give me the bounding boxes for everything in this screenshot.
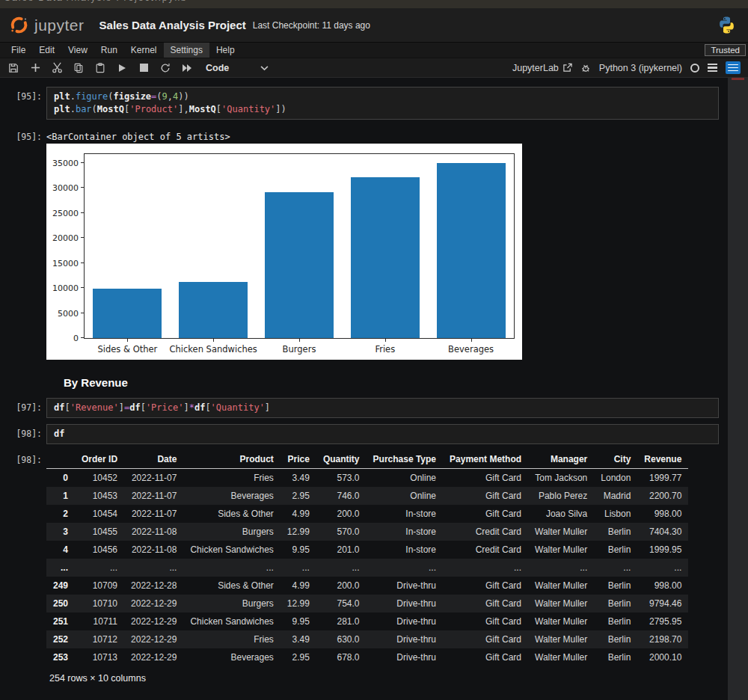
trusted-badge[interactable]: Trusted [705, 44, 746, 56]
jupyterlab-label: JupyterLab [512, 63, 559, 73]
menu-bar: FileEditViewRunKernelSettingsHelp Truste… [0, 43, 748, 58]
table-cell: 754.0 [316, 595, 367, 612]
code-editor-98[interactable]: df [46, 424, 719, 444]
output-cell-98: [98]: Order IDDateProductPriceQuantityPu… [0, 450, 748, 666]
y-tick-label: 10000 [44, 283, 79, 293]
table-cell: Gift Card [443, 469, 528, 488]
add-cell-button[interactable] [29, 62, 41, 74]
table-cell: ... [280, 559, 316, 577]
menu-item-help[interactable]: Help [209, 43, 242, 58]
table-cell: Drive-thru [367, 595, 443, 612]
table-cell: 201.0 [316, 541, 367, 559]
menu-item-edit[interactable]: Edit [32, 43, 61, 58]
table-cell: London [594, 469, 637, 488]
cell-type-dropdown[interactable]: Code [206, 63, 269, 73]
table-cell: Sides & Other [183, 577, 280, 595]
table-cell: Walter Muller [528, 523, 594, 541]
menu-item-run[interactable]: Run [94, 43, 124, 58]
table-row: 252107122022-12-29Fries3.49630.0Drive-th… [46, 630, 688, 648]
output-prompt-95: [95]: [0, 127, 42, 142]
table-cell: ... [594, 559, 637, 577]
dataframe-shape-label: 254 rows × 10 columns [49, 673, 748, 684]
table-cell: 2198.70 [637, 630, 688, 648]
bar-chart-output: 05000100001500020000250003000035000Sides… [46, 144, 522, 360]
table-row: 253107132022-12-29Beverages2.95678.0Driv… [46, 648, 688, 666]
table-cell: 2.95 [280, 487, 316, 505]
table-row: ................................. [46, 559, 688, 577]
table-cell: Gift Card [443, 612, 528, 630]
table-cell: 1999.95 [637, 541, 688, 559]
table-cell: 2.95 [280, 648, 316, 666]
row-index: 2 [46, 505, 75, 523]
table-cell: Walter Muller [528, 577, 594, 595]
table-row: 1104532022-11-07Beverages2.95746.0Online… [46, 487, 688, 505]
row-index: 3 [46, 523, 75, 541]
y-tick-label: 35000 [44, 158, 79, 168]
run-all-button[interactable] [181, 62, 193, 74]
table-cell: 4.99 [280, 577, 316, 595]
table-cell: ... [316, 559, 367, 577]
notebook-title[interactable]: Sales Data Analysis Project [99, 19, 246, 31]
input-prompt-98: [98]: [0, 424, 42, 439]
table-cell: Fries [183, 630, 280, 648]
restart-kernel-button[interactable] [159, 62, 171, 74]
chevron-down-icon [260, 65, 269, 71]
table-cell: 10455 [75, 523, 124, 541]
y-tick-label: 20000 [44, 233, 79, 243]
dataframe-table: Order IDDateProductPriceQuantityPurchase… [46, 450, 688, 666]
kernel-status-icon[interactable] [690, 64, 699, 73]
table-cell: Pablo Perez [528, 487, 594, 505]
interrupt-kernel-button[interactable] [138, 62, 150, 74]
table-cell: Berlin [594, 577, 637, 595]
column-header: Order ID [75, 450, 124, 469]
menu-item-file[interactable]: File [4, 43, 32, 58]
table-cell: Walter Muller [528, 612, 594, 630]
code-editor-95[interactable]: plt.figure(figsize=(9,4))plt.bar(MostQ['… [46, 87, 719, 120]
save-button[interactable] [7, 62, 19, 74]
menu-item-settings[interactable]: Settings [164, 43, 209, 58]
notebook-scrollbar[interactable] [728, 78, 748, 700]
table-cell: Walter Muller [528, 630, 594, 648]
y-tick-label: 15000 [44, 258, 79, 268]
column-header: Revenue [637, 450, 688, 469]
markdown-heading-by-revenue: By Revenue [64, 376, 748, 389]
table-cell: Lisbon [594, 505, 637, 523]
notebook-menu-icon[interactable] [708, 64, 717, 73]
table-cell: 570.0 [316, 523, 367, 541]
column-header: Date [124, 450, 183, 469]
copy-cell-button[interactable] [73, 62, 85, 74]
chart-bar-sides-other [93, 289, 162, 338]
menu-item-kernel[interactable]: Kernel [124, 43, 164, 58]
open-in-jupyterlab-link[interactable]: JupyterLab [512, 63, 572, 73]
table-cell: 2022-12-28 [124, 577, 183, 595]
menu-item-view[interactable]: View [61, 43, 94, 58]
debugger-bug-icon[interactable] [580, 63, 591, 73]
table-cell: 10452 [75, 469, 124, 488]
table-cell: Chicken Sandwiches [183, 541, 280, 559]
jupyter-wordmark: jupyter [34, 16, 85, 34]
table-cell: Walter Muller [528, 595, 594, 612]
table-cell: 630.0 [316, 630, 367, 648]
table-cell: 2022-12-29 [124, 630, 183, 648]
table-cell: 10712 [75, 630, 124, 648]
table-cell: Berlin [594, 612, 637, 630]
table-cell: Beverages [183, 648, 280, 666]
paste-cell-button[interactable] [94, 62, 106, 74]
cut-cell-button[interactable] [51, 62, 63, 74]
row-index: ... [46, 559, 75, 577]
kernel-name-button[interactable]: Python 3 (ipykernel) [599, 63, 682, 73]
code-editor-97[interactable]: df['Revenue']=df['Price']*df['Quantity'] [46, 398, 719, 418]
virtual-scrollbar-toggle-icon[interactable] [726, 61, 741, 74]
table-cell: Fries [183, 469, 280, 488]
table-cell: Madrid [594, 487, 637, 505]
input-prompt-95: [95]: [0, 87, 42, 102]
jupyter-brand[interactable]: jupyter [9, 15, 85, 35]
column-header: Purchase Type [367, 450, 443, 469]
run-cell-button[interactable] [116, 62, 128, 74]
chart-plot: 05000100001500020000250003000035000Sides… [84, 153, 515, 339]
table-cell: 10711 [75, 612, 124, 630]
table-cell: 2022-12-29 [124, 648, 183, 666]
table-cell: Gift Card [443, 648, 528, 666]
row-index: 253 [46, 648, 75, 666]
table-cell: ... [75, 559, 124, 577]
